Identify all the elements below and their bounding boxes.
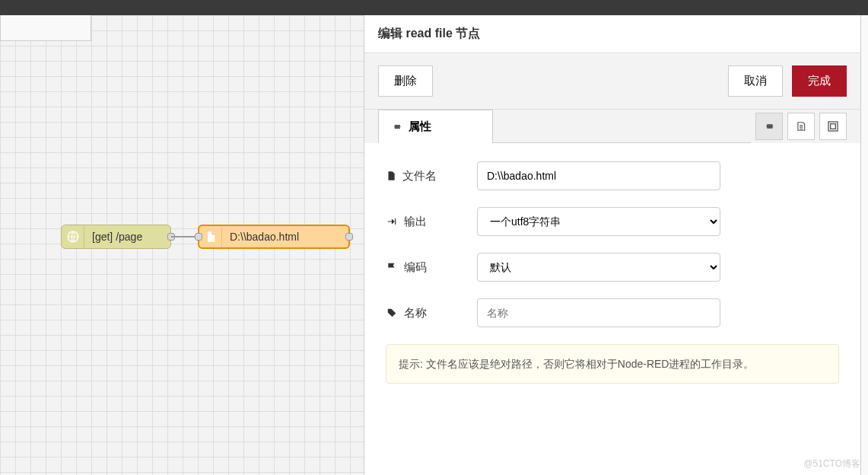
editor-actions-row: 删除 取消 完成 xyxy=(364,53,860,110)
gear-icon xyxy=(391,121,402,132)
cancel-button[interactable]: 取消 xyxy=(728,65,783,97)
flag-icon xyxy=(386,262,398,273)
globe-icon xyxy=(62,225,84,248)
name-input[interactable] xyxy=(477,298,720,327)
svg-rect-1 xyxy=(828,122,838,131)
name-label: 名称 xyxy=(404,306,427,320)
tab-label: 属性 xyxy=(409,120,431,134)
description-icon-button[interactable] xyxy=(787,113,815,140)
node-editor-panel: 编辑 read file 节点 删除 取消 完成 属性 xyxy=(364,15,860,475)
canvas-tab[interactable] xyxy=(0,15,91,41)
output-port[interactable] xyxy=(345,233,353,241)
http-in-node[interactable]: [get] /page xyxy=(61,225,171,249)
filename-label: 文件名 xyxy=(402,169,437,183)
tab-properties[interactable]: 属性 xyxy=(378,110,493,143)
properties-form: 文件名 输出 一个utf8字符串 编码 默认 xyxy=(364,143,860,402)
filename-input[interactable] xyxy=(477,161,720,190)
done-button[interactable]: 完成 xyxy=(792,65,847,97)
svg-rect-2 xyxy=(831,124,836,129)
read-file-node[interactable]: D:\\badao.html xyxy=(198,225,350,249)
editor-title: 编辑 read file 节点 xyxy=(364,15,860,53)
input-port[interactable] xyxy=(195,233,202,241)
editor-tabs: 属性 xyxy=(364,110,860,143)
right-rail xyxy=(860,15,868,475)
output-label: 输出 xyxy=(404,215,427,229)
file-icon xyxy=(386,170,396,182)
properties-icon-button[interactable] xyxy=(755,113,783,140)
node-label: D:\\badao.html xyxy=(222,231,348,243)
window-top-bar xyxy=(0,0,868,15)
output-icon xyxy=(386,216,398,227)
delete-button[interactable]: 删除 xyxy=(378,65,433,97)
encoding-label: 编码 xyxy=(404,260,427,275)
appearance-icon-button[interactable] xyxy=(819,113,847,140)
node-label: [get] /page xyxy=(84,231,170,243)
tag-icon xyxy=(386,308,398,318)
wire-connection[interactable] xyxy=(171,236,198,238)
flow-canvas[interactable]: [get] /page D:\\badao.html xyxy=(0,15,364,475)
hint-message: 提示: 文件名应该是绝对路径，否则它将相对于Node-RED进程的工作目录。 xyxy=(386,344,839,384)
encoding-select[interactable]: 默认 xyxy=(477,253,720,282)
watermark-text: @51CTO博客 xyxy=(803,457,860,470)
file-icon xyxy=(199,226,222,247)
output-select[interactable]: 一个utf8字符串 xyxy=(477,207,720,236)
